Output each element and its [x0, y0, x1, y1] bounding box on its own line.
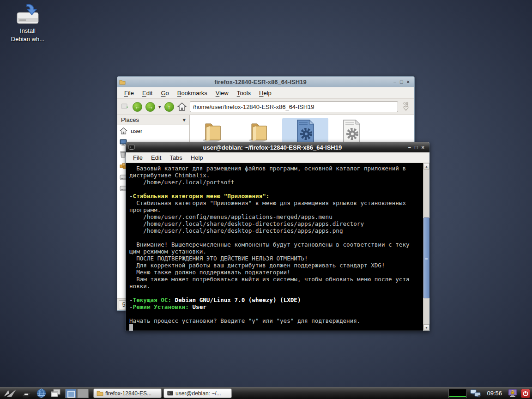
close-button[interactable]: ×	[407, 79, 410, 85]
terminal-small-icon	[167, 391, 174, 396]
places-selector[interactable]: Places ▾	[117, 115, 189, 125]
terminal-line: Для корректной работы ваш дистрибутив до…	[129, 262, 423, 269]
menu-item-edit[interactable]: Edit	[147, 153, 165, 163]
sidebar-item-label: user	[131, 127, 142, 134]
menu-item-help[interactable]: Help	[255, 88, 276, 98]
folder-icon	[201, 119, 225, 143]
main-menu-button[interactable]	[2, 388, 18, 399]
new-tab-icon[interactable]	[121, 103, 129, 110]
terminal-line: Начать процесс установки? Введите "y" ил…	[129, 317, 423, 324]
home-button[interactable]	[177, 103, 187, 111]
terminal-line: Внимание! Вышеперечисленные компоненты б…	[129, 241, 423, 248]
folder-icon	[247, 119, 271, 143]
file-icon-folder[interactable]	[190, 118, 236, 145]
script-gray-icon	[342, 119, 361, 143]
file-manager-titlebar[interactable]: firefox-12840-ESR-x86_64-ISH19 – □ ×	[117, 77, 414, 87]
task-button-label: user@debian: ~/...	[175, 390, 221, 397]
desktop-icon-label-line2: Debian wh...	[6, 35, 49, 43]
home-icon	[120, 127, 127, 134]
task-button-label: firefox-12840-ES...	[105, 390, 151, 397]
terminal-line	[129, 310, 423, 317]
terminal-line: /home/user/.local/share/desktop-director…	[129, 227, 423, 234]
terminal-line	[129, 186, 423, 193]
close-button[interactable]: ×	[422, 145, 424, 150]
task-button-terminal[interactable]: user@debian: ~/...	[163, 388, 232, 398]
terminal-line: /home/user/.local/portsoft	[129, 179, 423, 186]
menu-item-view[interactable]: View	[212, 88, 233, 98]
terminal-title: user@debian: ~/firefox-12840-ESR-x86_64-…	[137, 144, 408, 151]
iconify-all-icon[interactable]	[49, 388, 62, 399]
menu-item-tabs[interactable]: Tabs	[165, 153, 186, 163]
minimize-button[interactable]: –	[393, 79, 396, 85]
taskbar: firefox-12840-ES...user@debian: ~/... 09…	[0, 387, 532, 399]
places-chevron-icon: ▾	[182, 116, 186, 123]
pager-desktop-2[interactable]	[77, 389, 89, 398]
address-bar-input[interactable]	[190, 101, 398, 112]
desktop-pager[interactable]	[65, 389, 89, 398]
task-button-file-manager[interactable]: firefox-12840-ES...	[93, 388, 162, 398]
logout-button[interactable]	[521, 389, 530, 398]
file-manager-title: firefox-12840-ESR-x86_64-ISH19	[127, 79, 393, 85]
minimize-button[interactable]: –	[408, 145, 411, 150]
file-icon-folder[interactable]	[236, 118, 282, 145]
terminal-line: Меню также должно поддерживать подкатего…	[129, 269, 423, 276]
terminal-line: -Текущая ОС: Debian GNU/Linux 7.0 (wheez…	[129, 296, 423, 303]
menu-item-file[interactable]: File	[129, 153, 147, 163]
terminal-line	[129, 234, 423, 241]
terminal-line: дистрибутиве Chimbalix.	[129, 172, 423, 179]
terminal-line	[129, 324, 423, 331]
history-chevron-icon[interactable]: ▾	[158, 104, 161, 110]
menu-item-help[interactable]: Help	[187, 153, 207, 163]
menu-item-bookmarks[interactable]: Bookmarks	[173, 88, 212, 98]
lock-screen-icon[interactable]	[506, 388, 519, 399]
terminal-line: /home/user/.config/menus/applications-me…	[129, 213, 423, 220]
file-icon-script-blue[interactable]	[282, 118, 328, 145]
desktop: { "desktop": { "install_icon": { "label_…	[0, 0, 532, 399]
forward-button[interactable]: →	[145, 102, 155, 112]
folder-window-icon	[119, 79, 126, 85]
pager-desktop-1[interactable]	[65, 389, 77, 398]
desktop-icon-install-debian[interactable]: Install Debian wh...	[6, 3, 49, 43]
scroll-down-icon[interactable]: ▼	[423, 324, 429, 331]
terminal-line: Стабильная категория "Приложения" в меню…	[129, 200, 423, 206]
menu-item-tools[interactable]: Tools	[233, 88, 255, 98]
bookmark-jump-icon[interactable]	[401, 102, 411, 112]
terminal-scrollbar[interactable]: ▲ ▼	[423, 163, 429, 331]
terminal-menubar: FileEditTabsHelp	[126, 152, 429, 163]
folder-small-icon	[97, 390, 103, 396]
terminal-line: /home/user/.local/share/desktop-director…	[129, 220, 423, 227]
terminal-line: новки.	[129, 283, 423, 290]
places-label: Places	[121, 116, 139, 123]
terminal-output: Базовый каталог для размещения файлов пр…	[126, 163, 423, 331]
terminal-line: -Стабильная категория меню "Приложения":	[129, 193, 423, 200]
menu-item-go[interactable]: Go	[157, 88, 173, 98]
maximize-button[interactable]: □	[415, 145, 418, 150]
file-manager-menubar: FileEditGoBookmarksViewToolsHelp	[117, 87, 414, 99]
network-status-icon[interactable]	[469, 388, 483, 399]
maximize-button[interactable]: □	[400, 79, 403, 85]
terminal-line: -Режим Установки: User	[129, 303, 423, 310]
file-manager-toolbar: ← → ▾ ↑	[117, 99, 414, 115]
terminal-line: Вам также может потребоваться выйти из с…	[129, 276, 423, 283]
back-button[interactable]: ←	[133, 102, 142, 112]
terminal-line: программ.	[129, 206, 423, 213]
scroll-up-icon[interactable]: ▲	[423, 163, 429, 169]
web-browser-launcher[interactable]	[35, 388, 48, 399]
cpu-monitor	[448, 389, 467, 398]
scrollbar-thumb[interactable]	[423, 218, 429, 298]
terminal-window-icon	[128, 145, 135, 150]
menu-item-file[interactable]: File	[120, 88, 138, 98]
menu-item-edit[interactable]: Edit	[138, 88, 157, 98]
clock[interactable]: 09:56	[484, 390, 504, 397]
sidebar-item-home-user[interactable]: user	[117, 125, 189, 137]
terminal-screen[interactable]: Базовый каталог для размещения файлов пр…	[126, 163, 429, 331]
terminal-line	[129, 290, 423, 296]
terminal-titlebar[interactable]: user@debian: ~/firefox-12840-ESR-x86_64-…	[126, 142, 429, 152]
desktop-icon-label-line1: Install	[6, 27, 49, 35]
terminal-line: Базовый каталог для размещения файлов пр…	[129, 165, 423, 172]
terminal-line: щим режимом установки.	[129, 248, 423, 255]
file-manager-launcher[interactable]	[20, 388, 33, 399]
terminal-line: ПОСЛЕ ПОДТВЕРЖДЕНИЯ ЭТО ДЕЙСТВИЕ НЕЛЬЗЯ …	[129, 255, 423, 262]
file-icon-script-gray[interactable]	[328, 118, 375, 145]
up-button[interactable]: ↑	[164, 102, 174, 112]
